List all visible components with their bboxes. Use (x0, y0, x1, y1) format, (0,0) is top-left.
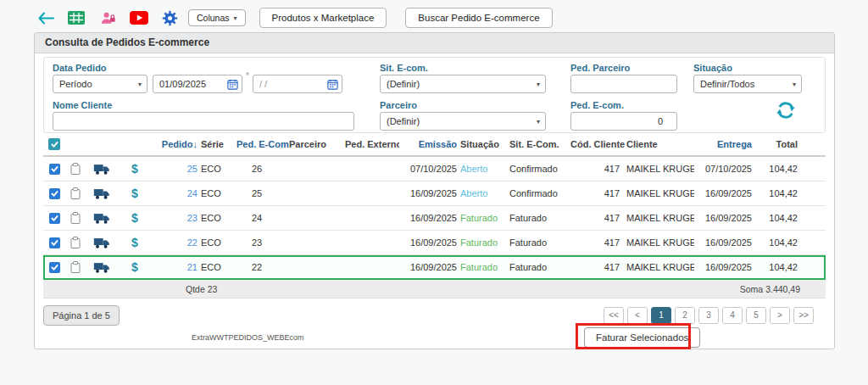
header-parceiro[interactable]: Parceiro (289, 139, 338, 149)
refresh-icon[interactable] (776, 100, 796, 124)
cod-cliente-cell: 417 (570, 262, 626, 272)
nome-cliente-input[interactable] (53, 113, 353, 130)
ped-ecom-input[interactable] (571, 113, 676, 130)
spreadsheet-grid-icon[interactable] (68, 11, 85, 25)
page-button-1[interactable]: 1 (651, 307, 671, 324)
header-sit-ecom[interactable]: Sit. E-Com. (509, 139, 570, 149)
header-pedido[interactable]: Pedido↓ (152, 139, 201, 149)
serie-cell: ECO (201, 262, 236, 272)
situacao-select[interactable]: Definir/Todos ▾ (693, 75, 802, 93)
periodo-select[interactable]: Período ▾ (53, 75, 147, 93)
date-to-field[interactable] (253, 75, 342, 93)
chevron-down-icon: ▾ (138, 81, 142, 88)
row-checkbox-checked[interactable] (49, 164, 60, 175)
sit-ecom-select[interactable]: (Definir) ▾ (380, 75, 546, 93)
header-serie[interactable]: Série (201, 139, 236, 149)
parceiro-select[interactable]: (Definir) ▾ (380, 112, 546, 131)
prev-page-button[interactable]: < (627, 307, 648, 324)
serie-cell: ECO (201, 213, 236, 223)
last-page-button[interactable]: >> (793, 307, 814, 324)
calendar-icon (327, 79, 338, 90)
ped-parceiro-input[interactable] (571, 75, 676, 92)
billing-dollar-icon[interactable]: $ (118, 211, 152, 225)
clipboard-icon[interactable] (65, 261, 86, 273)
shipping-truck-icon[interactable] (86, 261, 118, 274)
data-pedido-label: Data Pedido (53, 63, 107, 73)
cod-cliente-cell: 417 (570, 213, 626, 223)
page-button-3[interactable]: 3 (698, 307, 719, 324)
row-checkbox-checked[interactable] (49, 213, 60, 224)
table-row[interactable]: $ 22 ECO 23 16/09/2025 Faturado Faturado… (43, 231, 826, 255)
page-button-2[interactable]: 2 (675, 307, 695, 324)
settings-gear-icon[interactable] (162, 10, 178, 26)
header-ped-ecom[interactable]: Ped. E-Com. (236, 139, 289, 149)
header-emissao[interactable]: Emissão (399, 139, 460, 149)
row-checkbox-checked[interactable] (49, 188, 60, 199)
nome-cliente-label: Nome Cliente (53, 100, 112, 110)
youtube-icon[interactable] (130, 11, 148, 25)
order-number-link[interactable]: 24 (152, 188, 201, 198)
next-page-button[interactable]: > (770, 307, 790, 324)
row-checkbox-checked[interactable] (49, 262, 60, 273)
nome-cliente-field[interactable] (53, 112, 354, 131)
sum-total: Soma 3.440,49 (740, 284, 800, 294)
billing-dollar-icon[interactable]: $ (118, 236, 152, 249)
produtos-marketplace-button[interactable]: Produtos x Marketplace (259, 8, 387, 28)
clipboard-icon[interactable] (65, 212, 86, 224)
clipboard-icon[interactable] (65, 237, 86, 248)
ped-ecom-field[interactable] (570, 112, 677, 131)
first-page-button[interactable]: << (604, 307, 624, 324)
cliente-cell: MAIKEL KRUGER (626, 262, 694, 272)
header-situacao[interactable]: Situação (460, 139, 509, 149)
table-row-selected[interactable]: $ 21 ECO 22 16/09/2025 Faturado Faturado… (43, 255, 826, 280)
shipping-truck-icon[interactable] (86, 187, 118, 200)
user-lock-icon[interactable] (100, 11, 116, 25)
select-all-checkbox[interactable] (48, 138, 60, 150)
row-checkbox-checked[interactable] (49, 237, 60, 248)
cod-cliente-cell: 417 (570, 188, 626, 198)
total-cell: 104,42 (755, 188, 801, 198)
back-arrow-icon[interactable] (37, 12, 54, 25)
total-cell: 104,42 (755, 237, 801, 248)
situacao-label: Situação (693, 63, 732, 73)
colunas-button-label: Colunas (197, 13, 230, 23)
calendar-icon (227, 79, 238, 90)
header-cliente[interactable]: Cliente (626, 139, 694, 149)
table-row[interactable]: $ 23 ECO 24 16/09/2025 Faturado Faturado… (43, 206, 826, 231)
sit-ecom-cell: Faturado (509, 262, 570, 272)
faturar-selecionados-button[interactable]: Faturar Selecionados (584, 327, 700, 348)
table-row[interactable]: $ 24 ECO 25 16/09/2025 Aberto Confirmado… (43, 181, 826, 206)
chevron-down-icon: ▾ (793, 81, 796, 88)
shipping-truck-icon[interactable] (86, 237, 118, 249)
header-ped-externo[interactable]: Ped. Externo (338, 139, 399, 149)
page-button-4[interactable]: 4 (722, 307, 743, 324)
buscar-pedido-button[interactable]: Buscar Pedido E-commerce (405, 8, 552, 28)
header-entrega[interactable]: Entrega (694, 139, 755, 149)
table-row[interactable]: $ 25 ECO 26 07/10/2025 Aberto Confirmado… (43, 157, 826, 181)
ped-ecom-cell: 25 (236, 188, 289, 198)
order-number-link[interactable]: 25 (152, 164, 201, 174)
colunas-button[interactable]: Colunas ▾ (188, 9, 246, 26)
clipboard-icon[interactable] (65, 163, 86, 175)
shipping-truck-icon[interactable] (86, 212, 118, 225)
order-number-link[interactable]: 21 (152, 262, 201, 272)
date-from-field[interactable] (153, 75, 242, 93)
filters-section: Data Pedido Período ▾ * Sit. E-com. (Def… (43, 57, 826, 133)
ped-parceiro-label: Ped. Parceiro (570, 63, 630, 73)
serie-cell: ECO (201, 164, 236, 174)
serie-cell: ECO (201, 237, 236, 248)
page-button-5[interactable]: 5 (746, 307, 766, 324)
page-info-chip[interactable]: Página 1 de 5 (43, 305, 120, 326)
header-cod-cliente[interactable]: Cód. Cliente (570, 139, 626, 149)
billing-dollar-icon[interactable]: $ (118, 260, 152, 274)
header-total[interactable]: Total (755, 139, 801, 149)
ped-parceiro-field[interactable] (570, 75, 677, 93)
clipboard-icon[interactable] (65, 187, 86, 199)
billing-dollar-icon[interactable]: $ (118, 187, 152, 200)
order-number-link[interactable]: 23 (152, 213, 201, 223)
billing-dollar-icon[interactable]: $ (118, 162, 152, 176)
shipping-truck-icon[interactable] (86, 163, 118, 176)
parceiro-select-value: (Definir) (387, 116, 420, 126)
order-number-link[interactable]: 22 (152, 237, 201, 248)
sort-desc-icon: ↓ (193, 139, 198, 149)
